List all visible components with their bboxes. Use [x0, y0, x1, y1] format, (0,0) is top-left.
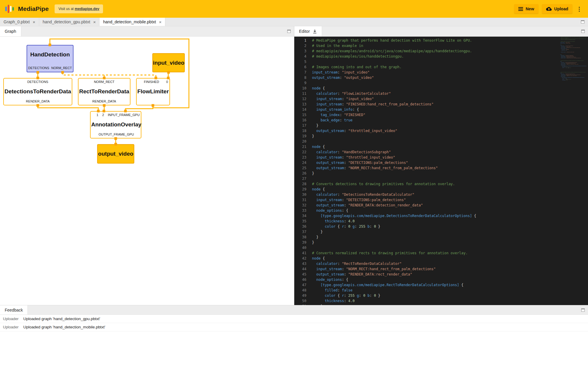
code-line[interactable]: output_stream: "NORM_RECT:hand_rect_from… [312, 165, 558, 171]
new-button[interactable]: New [514, 4, 538, 14]
graph-node-input-video[interactable]: input_video [152, 53, 185, 72]
code-line[interactable]: input_stream: "throttled_input_video" [312, 155, 558, 160]
graph-node-annotation-overlay[interactable]: 1 2 INPUT_FRAME_GPU AnnotationOverlay OU… [90, 111, 141, 138]
expand-icon[interactable] [581, 308, 585, 312]
graph-node-flow-limiter[interactable]: FINISHED 0 FlowLimiter [136, 78, 170, 105]
graph-node-rect-to-render-data[interactable]: NORM_RECT RectToRenderData RENDER_DATA [78, 78, 130, 105]
code-line[interactable]: input_stream_info: { [312, 107, 558, 112]
code-line[interactable]: node_options: { [312, 208, 558, 213]
expand-icon[interactable] [581, 20, 584, 24]
code-line[interactable] [312, 80, 558, 86]
code-line[interactable]: # Images coming into and out of the grap… [312, 64, 558, 70]
code-line[interactable]: tag_index: "FINISHED" [312, 112, 558, 118]
expand-icon[interactable] [581, 30, 585, 33]
graph-canvas[interactable]: HandDetection DETECTIONS NORM_RECT input… [0, 37, 294, 305]
code-line[interactable]: # Used in the example in [312, 43, 558, 48]
code-line[interactable]: input_stream: "DETECTIONS:palm_detection… [312, 197, 558, 203]
port-label: OUTPUT_FRAME_GPU [99, 133, 134, 136]
editor-tab[interactable]: Editor [294, 26, 322, 36]
code-line[interactable]: thickness: 4.0 [312, 219, 558, 224]
code-line[interactable]: filled: false [312, 288, 558, 293]
code-line[interactable]: [type.googleapis.com/mediapipe.Detection… [312, 213, 558, 219]
upload-button[interactable]: Upload [542, 4, 572, 14]
code-line[interactable]: # MediaPipe graph that performs hand det… [312, 38, 558, 43]
line-number: 41 [294, 250, 306, 256]
code-editor[interactable]: 1234567891011121314151617181920212223242… [294, 37, 588, 305]
feedback-message: Uploaded graph 'hand_detection_mobile.pb… [23, 325, 105, 329]
code-line[interactable]: input_stream: "FINISHED:hand_rect_from_p… [312, 102, 558, 107]
code-line[interactable]: } [312, 229, 558, 234]
code-line[interactable]: node { [312, 187, 558, 192]
feedback-tab[interactable]: Feedback [0, 305, 28, 315]
code-line[interactable]: output_stream: "output_video" [312, 75, 558, 80]
code-line[interactable]: input_stream: "input_video" [312, 96, 558, 102]
code-line[interactable]: node { [312, 144, 558, 149]
port-label: RENDER_DATA [92, 100, 116, 103]
graph-node-output-video[interactable]: output_video [97, 144, 134, 164]
close-tab-icon[interactable]: × [93, 19, 96, 25]
code-line[interactable] [312, 176, 558, 181]
graph-tab[interactable]: Graph [0, 26, 21, 36]
mediapipe-logo[interactable] [5, 4, 14, 14]
line-number: 32 [294, 203, 306, 208]
code-line[interactable]: input_stream: "NORM_RECT:hand_rect_from_… [312, 266, 558, 272]
code-line[interactable]: } [312, 133, 558, 139]
code-line[interactable]: } [312, 123, 558, 128]
code-line[interactable] [312, 245, 558, 250]
file-tab-label: hand_detection_mobile.pbtxt [103, 19, 156, 24]
visit-badge[interactable]: Visit us at mediapipe.dev [55, 4, 103, 13]
code-line[interactable]: # Converts normalized rects to drawing p… [312, 250, 558, 256]
code-line[interactable]: color { r: 0 g: 255 b: 0 } [312, 224, 558, 229]
code-line[interactable]: } [312, 240, 558, 245]
line-number: 40 [294, 245, 306, 250]
visit-text: Visit us at [58, 7, 74, 11]
mediapipe-dev-link[interactable]: mediapipe.dev [75, 7, 99, 11]
code-line[interactable]: [type.googleapis.com/mediapipe.RectToRen… [312, 282, 558, 288]
code-line[interactable]: output_stream: "throttled_input_video" [312, 128, 558, 133]
code-line[interactable]: output_stream: "DETECTIONS:palm_detectio… [312, 160, 558, 165]
port-label: FINISHED [144, 80, 159, 84]
graph-node-detections-to-render-data[interactable]: DETECTIONS DetectionsToRenderData RENDER… [3, 78, 72, 105]
code-line[interactable]: node { [312, 256, 558, 261]
editor-panel: Editor 123456789101112131415161718192021… [294, 26, 588, 305]
file-tab-hand-detection-mobile[interactable]: hand_detection_mobile.pbtxt × [99, 18, 165, 26]
code-line[interactable]: node_options: { [312, 277, 558, 282]
code-line[interactable]: calculator: "FlowLimiterCalculator" [312, 91, 558, 96]
code-line[interactable]: calculator: "RectToRenderDataCalculator" [312, 261, 558, 266]
node-title: DetectionsToRenderData [4, 85, 72, 98]
node-title: input_video [153, 54, 184, 72]
code-line[interactable]: # Converts detections to drawing primiti… [312, 181, 558, 187]
file-tab-graph-0[interactable]: Graph_0.pbtxt × [0, 18, 39, 26]
port-label: 0 [166, 80, 168, 84]
kebab-menu-icon[interactable]: ⋮ [576, 6, 583, 12]
code-line[interactable]: } [312, 171, 558, 176]
code-line[interactable]: } [312, 234, 558, 240]
editor-minimap[interactable]: # MediaPipe graph that performs hand det… [560, 37, 588, 305]
close-tab-icon[interactable]: × [159, 19, 161, 25]
minimap-content: # MediaPipe graph that performs hand det… [560, 37, 588, 81]
code-line[interactable]: color { r: 255 g: 0 b: 0 } [312, 293, 558, 298]
code-line[interactable]: node { [312, 86, 558, 91]
code-line[interactable]: # Converts normalized rects to drawing p… [560, 72, 588, 73]
expand-icon[interactable] [287, 30, 291, 33]
code-line[interactable]: calculator: "DetectionsToRenderDataCalcu… [312, 192, 558, 197]
new-button-label: New [526, 6, 534, 11]
code-line[interactable] [312, 59, 558, 64]
close-tab-icon[interactable]: × [33, 19, 35, 25]
line-number: 23 [294, 155, 306, 160]
code-line[interactable]: output_stream: "RENDER_DATA:rect_render_… [312, 272, 558, 277]
code-line[interactable] [312, 139, 558, 144]
code-line[interactable]: back_edge: true [312, 118, 558, 123]
code-line[interactable]: input_stream: "input_video" [312, 70, 558, 75]
graph-node-hand-detection[interactable]: HandDetection DETECTIONS NORM_RECT [27, 45, 74, 72]
editor-code[interactable]: # MediaPipe graph that performs hand det… [312, 38, 558, 305]
code-line[interactable]: # mediapipie/examples/android/src/java/c… [312, 48, 558, 54]
code-line[interactable]: # mediapipie/examples/ios/handdetectiong… [312, 54, 558, 59]
feedback-source: Uploader [0, 317, 23, 321]
download-icon[interactable] [313, 29, 317, 34]
code-line[interactable]: calculator: "HandDetectionSubgraph" [312, 149, 558, 155]
file-tab-hand-detection-gpu[interactable]: hand_detection_gpu.pbtxt × [39, 18, 100, 26]
code-line[interactable]: } [560, 81, 588, 82]
code-line[interactable]: output_stream: "RENDER_DATA:detection_re… [312, 203, 558, 208]
code-line[interactable]: thickness: 4.0 [312, 298, 558, 304]
